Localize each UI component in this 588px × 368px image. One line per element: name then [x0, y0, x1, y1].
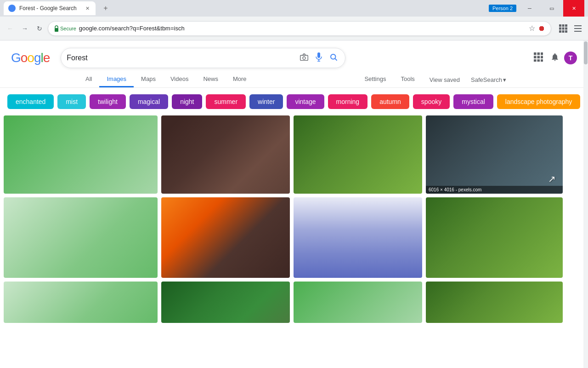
chip-mystical[interactable]: mystical [453, 94, 493, 109]
scrollbar[interactable] [583, 40, 588, 368]
image-column-3 [294, 115, 422, 364]
svg-rect-11 [574, 25, 582, 26]
chip-magical[interactable]: magical [130, 94, 168, 109]
google-logo: Google [11, 51, 50, 65]
safesearch-dropdown[interactable]: SafeSearch ▾ [467, 73, 510, 87]
tab-maps[interactable]: Maps [134, 72, 163, 87]
tab-more[interactable]: More [226, 72, 254, 87]
logo-e: e [43, 51, 50, 65]
maximize-button[interactable]: ▭ [541, 0, 562, 17]
chip-enchanted[interactable]: enchanted [7, 94, 54, 109]
svg-rect-21 [534, 52, 537, 55]
tab-images[interactable]: Images [99, 72, 134, 87]
image-column-4: 6016 × 4016 - pexels.com ↗ [426, 115, 563, 364]
mic-icon[interactable] [314, 51, 324, 66]
tab-title: Forest - Google Search [19, 5, 80, 12]
chip-morning[interactable]: morning [328, 94, 368, 109]
svg-rect-5 [559, 27, 561, 29]
image-card-6[interactable] [161, 197, 290, 278]
search-submit-icon[interactable] [328, 51, 339, 65]
google-header: Google Forest [0, 40, 588, 68]
apps-menu-button[interactable] [557, 22, 570, 35]
safesearch-chevron-icon: ▾ [503, 76, 506, 83]
chip-spooky[interactable]: spooky [413, 94, 450, 109]
svg-rect-23 [541, 52, 543, 55]
logo-o1: o [21, 51, 28, 65]
image-card-5[interactable] [4, 197, 158, 278]
chrome-menu-button[interactable] [571, 22, 584, 35]
toolbar-actions [557, 22, 584, 35]
svg-rect-12 [574, 28, 582, 29]
view-saved-link[interactable]: View saved [422, 73, 467, 87]
bookmark-icon[interactable]: ☆ [529, 24, 535, 33]
svg-point-19 [331, 54, 336, 59]
image-card-11[interactable] [294, 282, 422, 323]
back-button[interactable]: ← [4, 22, 17, 35]
secure-label: Secure [60, 26, 76, 31]
svg-rect-10 [565, 30, 567, 33]
svg-rect-6 [562, 27, 565, 29]
image-source-info-4: 6016 × 4016 - pexels.com [426, 186, 563, 194]
page-content: Google Forest [0, 40, 588, 368]
chip-mist[interactable]: mist [57, 94, 86, 109]
svg-rect-24 [534, 56, 537, 58]
chip-night[interactable]: night [172, 94, 202, 109]
logo-g2: g [34, 51, 41, 65]
tab-news[interactable]: News [196, 72, 226, 87]
address-bar[interactable]: Secure google.com/search?q=Forest&tbm=is… [48, 21, 551, 36]
camera-icon[interactable] [298, 52, 310, 64]
chip-summer[interactable]: summer [206, 94, 246, 109]
svg-point-15 [303, 57, 305, 59]
svg-rect-22 [537, 52, 540, 55]
person-badge[interactable]: Person 2 [489, 5, 516, 12]
chrome-tab[interactable]: Forest - Google Search ✕ [4, 1, 96, 15]
svg-rect-7 [565, 27, 567, 29]
image-card-4[interactable]: 6016 × 4016 - pexels.com ↗ [426, 115, 563, 194]
svg-rect-28 [537, 59, 540, 62]
image-column-1 [4, 115, 158, 364]
secure-icon: Secure [54, 25, 76, 32]
forward-button[interactable]: → [18, 22, 31, 35]
image-grid: 6016 × 4016 - pexels.com ↗ [0, 115, 588, 368]
image-card-12[interactable] [426, 282, 563, 323]
svg-point-0 [10, 6, 14, 11]
image-card-7[interactable] [294, 197, 422, 278]
minimize-button[interactable]: ─ [519, 0, 540, 17]
header-actions: T [531, 50, 577, 67]
image-column-2 [161, 115, 290, 364]
chrome-toolbar: ← → ↻ Secure google.com/search?q=Forest&… [0, 17, 588, 40]
scrollbar-thumb[interactable] [584, 41, 588, 64]
tab-videos[interactable]: Videos [163, 72, 196, 87]
image-card-2[interactable] [161, 115, 290, 194]
chip-winter[interactable]: winter [249, 94, 283, 109]
filter-chips: enchanted mist twilight magical night su… [0, 88, 588, 115]
tab-all[interactable]: All [78, 72, 99, 87]
tab-close-button[interactable]: ✕ [84, 5, 91, 12]
chip-landscape-photography[interactable]: landscape photography [497, 94, 581, 109]
nav-tabs: All Images Maps Videos News More Setting… [0, 68, 588, 88]
image-card-8[interactable] [426, 197, 563, 278]
new-tab-button[interactable]: + [99, 2, 112, 15]
record-icon[interactable]: ⏺ [538, 24, 545, 33]
image-card-9[interactable] [4, 282, 158, 323]
chip-autumn[interactable]: autumn [371, 94, 409, 109]
svg-rect-29 [541, 59, 543, 62]
image-card-1[interactable] [4, 115, 158, 194]
search-query: Forest [67, 54, 294, 62]
url-text: google.com/search?q=Forest&tbm=isch [79, 25, 526, 32]
chip-vintage[interactable]: vintage [287, 94, 324, 109]
settings-link[interactable]: Settings [357, 72, 393, 87]
svg-line-20 [335, 58, 337, 60]
svg-rect-1 [55, 28, 58, 32]
search-bar[interactable]: Forest [61, 48, 345, 68]
chip-twilight[interactable]: twilight [90, 94, 126, 109]
image-card-10[interactable] [161, 282, 290, 323]
cursor-icon-4: ↗ [548, 173, 556, 184]
notifications-icon[interactable] [548, 50, 562, 67]
image-card-3[interactable] [294, 115, 422, 194]
profile-avatar[interactable]: T [564, 52, 577, 64]
tools-link[interactable]: Tools [393, 72, 422, 87]
refresh-button[interactable]: ↻ [33, 22, 46, 35]
close-button[interactable]: ✕ [563, 0, 584, 17]
google-apps-icon[interactable] [531, 50, 546, 67]
